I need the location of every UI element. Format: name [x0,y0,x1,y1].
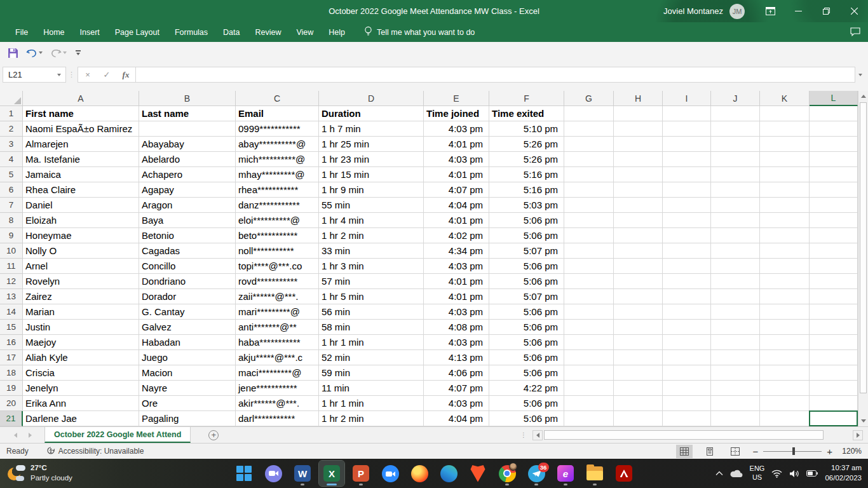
cell-I19[interactable] [663,381,711,396]
row-header-8[interactable]: 8 [0,213,23,228]
cell-D8[interactable]: 1 hr 4 min [319,213,424,228]
cell-G8[interactable] [564,213,614,228]
cell-F15[interactable]: 5:06 pm [489,320,564,335]
column-header-B[interactable]: B [139,91,236,106]
cell-J18[interactable] [711,365,760,381]
row-header-11[interactable]: 11 [0,259,23,274]
cell-H18[interactable] [614,365,663,381]
cell-L12[interactable] [810,274,858,289]
cell-F21[interactable]: 5:06 pm [489,411,564,426]
row-header-12[interactable]: 12 [0,274,23,289]
cell-H12[interactable] [614,274,663,289]
cell-G5[interactable] [564,167,614,182]
cell-G1[interactable] [564,106,614,121]
cell-K13[interactable] [760,289,810,304]
cell-J20[interactable] [711,396,760,411]
column-header-C[interactable]: C [236,91,319,106]
row-header-1[interactable]: 1 [0,106,23,121]
cell-H16[interactable] [614,335,663,350]
cell-G17[interactable] [564,350,614,365]
cell-I17[interactable] [663,350,711,365]
cell-A5[interactable]: Jamaica [23,167,139,182]
cell-B11[interactable]: Concillo [139,259,236,274]
ribbon-tab-formulas[interactable]: Formulas [167,22,215,42]
select-all-corner[interactable] [0,91,23,106]
cell-J10[interactable] [711,243,760,259]
cell-K12[interactable] [760,274,810,289]
hidden-icons-chevron[interactable] [715,471,723,476]
cell-B17[interactable]: Juego [139,350,236,365]
cell-L17[interactable] [810,350,858,365]
page-layout-view-icon[interactable] [702,445,718,458]
cell-L1[interactable] [810,106,858,121]
cell-L6[interactable] [810,182,858,198]
wifi-icon[interactable] [771,470,782,478]
vertical-scrollbar[interactable] [858,91,868,426]
cell-E13[interactable]: 4:01 pm [424,289,489,304]
cell-B20[interactable]: Ore [139,396,236,411]
cell-H4[interactable] [614,152,663,167]
cell-B3[interactable]: Abayabay [139,137,236,152]
column-header-L[interactable]: L [810,91,858,106]
undo-dropdown-icon[interactable] [39,51,43,54]
tell-me-search[interactable]: Tell me what you want to do [364,26,475,38]
cell-C17[interactable]: akju*****@***.c [236,350,319,365]
cell-G3[interactable] [564,137,614,152]
cell-I10[interactable] [663,243,711,259]
cell-H21[interactable] [614,411,663,426]
cell-C1[interactable]: Email [236,106,319,121]
cell-A1[interactable]: First name [23,106,139,121]
cell-H1[interactable] [614,106,663,121]
cell-D13[interactable]: 1 hr 5 min [319,289,424,304]
cell-L19[interactable] [810,381,858,396]
account-name[interactable]: Joviel Montanez [663,6,723,16]
cell-I5[interactable] [663,167,711,182]
cell-I12[interactable] [663,274,711,289]
column-header-G[interactable]: G [564,91,614,106]
brave-button[interactable] [465,461,491,486]
cell-A8[interactable]: Eloizah [23,213,139,228]
cell-G4[interactable] [564,152,614,167]
powerpoint-button[interactable]: P [348,461,374,486]
cell-J14[interactable] [711,304,760,320]
comments-icon[interactable] [850,22,860,42]
cell-E1[interactable]: Time joined [424,106,489,121]
cell-F8[interactable]: 5:06 pm [489,213,564,228]
cell-I8[interactable] [663,213,711,228]
scroll-right-icon[interactable] [853,430,863,440]
redo-button[interactable] [48,46,69,60]
cell-C14[interactable]: mari*********@ [236,304,319,320]
cell-K15[interactable] [760,320,810,335]
new-sheet-icon[interactable]: + [208,430,219,440]
row-header-3[interactable]: 3 [0,137,23,152]
cell-E10[interactable]: 4:34 pm [424,243,489,259]
column-header-A[interactable]: A [23,91,139,106]
ribbon-tab-data[interactable]: Data [215,22,247,42]
cell-D20[interactable]: 1 hr 1 min [319,396,424,411]
cell-L16[interactable] [810,335,858,350]
row-header-6[interactable]: 6 [0,182,23,198]
cell-I20[interactable] [663,396,711,411]
cell-K10[interactable] [760,243,810,259]
edge-button[interactable] [436,461,461,486]
cell-C4[interactable]: mich**********@ [236,152,319,167]
cell-B15[interactable]: Galvez [139,320,236,335]
cell-L13[interactable] [810,289,858,304]
formula-bar-expand-icon[interactable] [858,74,862,76]
zoom-slider[interactable] [763,451,822,452]
cell-J12[interactable] [711,274,760,289]
cell-A20[interactable]: Erika Ann [23,396,139,411]
cell-E21[interactable]: 4:04 pm [424,411,489,426]
cell-I9[interactable] [663,228,711,243]
row-header-13[interactable]: 13 [0,289,23,304]
cell-G6[interactable] [564,182,614,198]
cell-I4[interactable] [663,152,711,167]
sheet-tab-active[interactable]: October 2022 Google Meet Attend [44,427,191,443]
cell-K2[interactable] [760,121,810,137]
cell-I11[interactable] [663,259,711,274]
cell-C6[interactable]: rhea*********** [236,182,319,198]
cell-K11[interactable] [760,259,810,274]
insert-function-icon[interactable]: fx [116,70,135,80]
cell-E6[interactable]: 4:07 pm [424,182,489,198]
column-header-I[interactable]: I [663,91,711,106]
